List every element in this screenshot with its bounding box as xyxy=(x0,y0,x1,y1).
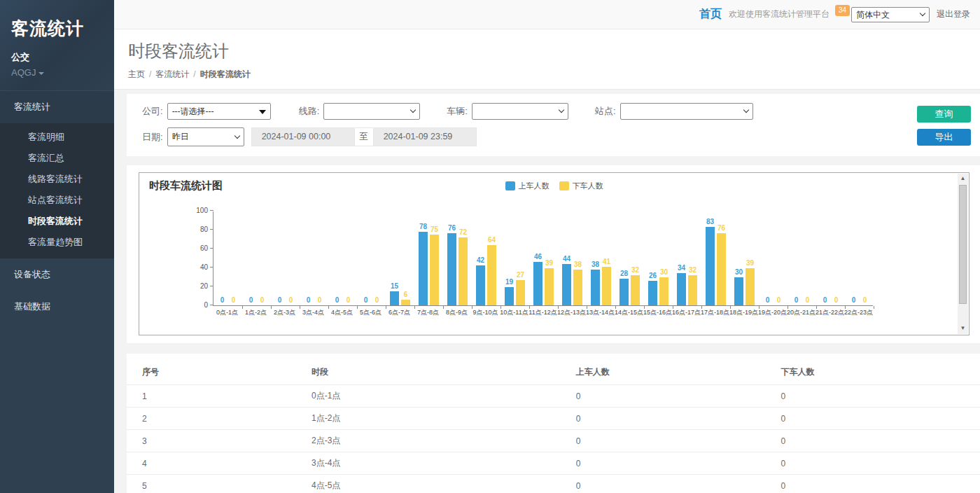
bar-value-label: 32 xyxy=(689,266,696,274)
x-axis-label-text: 18点-19点 xyxy=(729,309,758,316)
y-axis-tick xyxy=(210,210,214,211)
bar-column: 41 xyxy=(602,211,611,305)
legend-swatch xyxy=(559,181,569,190)
bar-value-label: 39 xyxy=(746,259,754,267)
x-axis-label-text: 8点-9点 xyxy=(446,309,468,316)
export-button[interactable]: 导出 xyxy=(917,129,971,146)
table-cell: 0 xyxy=(775,475,980,493)
date-to-input[interactable]: 2024-01-09 23:59 xyxy=(373,127,477,146)
bar-value-label: 39 xyxy=(545,259,553,267)
company-select[interactable]: ---请选择--- xyxy=(167,103,271,120)
chart-category: 00 xyxy=(242,211,271,305)
x-axis-label-text: 13点-14点 xyxy=(586,309,615,316)
bar xyxy=(602,267,611,305)
bar xyxy=(505,287,514,305)
x-axis-label: 1点-2点 xyxy=(241,309,270,316)
x-axis-label: 13点-14点 xyxy=(586,309,615,316)
bar xyxy=(447,233,456,305)
scrollbar-thumb[interactable] xyxy=(959,185,967,304)
bar-value-label: 0 xyxy=(307,296,311,304)
x-axis-label: 0点-1点 xyxy=(213,309,241,316)
table-cell: 2点-3点 xyxy=(306,430,570,452)
table-cell: 4 xyxy=(127,452,306,475)
table-cell: 4点-5点 xyxy=(306,475,570,493)
x-axis-label-text: 3点-4点 xyxy=(302,309,324,316)
date-preset-select[interactable]: 昨日 xyxy=(167,127,244,146)
date-label: 日期: xyxy=(142,131,163,144)
query-button[interactable]: 查询 xyxy=(917,106,971,123)
sidebar-item[interactable]: 客流量趋势图 xyxy=(0,232,114,253)
x-axis-label: 12点-13点 xyxy=(557,309,586,316)
x-axis-label: 8点-9点 xyxy=(442,309,471,316)
table-header-row: 序号时段上车人数下车人数 xyxy=(127,360,980,385)
sidebar-item[interactable]: 客流明细 xyxy=(0,127,114,148)
chart-category: 3039 xyxy=(730,211,759,305)
bar-value-label: 28 xyxy=(620,270,628,277)
x-axis-label-text: 4点-5点 xyxy=(331,309,353,316)
logout-link[interactable]: 退出登录 xyxy=(937,8,970,20)
date-from-input[interactable]: 2024-01-09 00:00 xyxy=(251,127,355,146)
scroll-up-icon[interactable]: ▲ xyxy=(960,174,966,183)
sidebar-item[interactable]: 站点客流统计 xyxy=(0,190,114,211)
bar-value-label: 30 xyxy=(660,268,668,276)
bar-column: 0 xyxy=(258,211,267,305)
chart-plot-wrap: 0204060801000000000000001567875767242641… xyxy=(213,211,873,316)
table-row: 10点-1点00 xyxy=(127,385,980,408)
notification-badge[interactable]: 34 xyxy=(835,5,850,16)
bar-column: 64 xyxy=(487,211,496,305)
chart-vertical-scrollbar[interactable]: ▲ ▼ xyxy=(958,174,968,334)
bar xyxy=(746,268,755,305)
line-select[interactable] xyxy=(323,103,420,120)
table-cell: 0 xyxy=(570,408,776,430)
x-axis-label: 3点-4点 xyxy=(299,309,328,316)
chart-category: 00 xyxy=(271,211,300,305)
bar xyxy=(591,270,600,305)
bar-column: 28 xyxy=(620,211,629,305)
bar xyxy=(648,281,657,305)
station-select[interactable] xyxy=(620,103,753,120)
sidebar-item[interactable]: 线路客流统计 xyxy=(0,169,114,190)
chart-category: 3432 xyxy=(673,211,701,305)
x-axis-label: 17点-18点 xyxy=(701,309,729,316)
scroll-down-icon[interactable]: ▼ xyxy=(960,324,966,333)
chart-category: 7875 xyxy=(414,211,443,305)
bar-column: 26 xyxy=(648,211,657,305)
chart-category: 4264 xyxy=(472,211,500,305)
bar xyxy=(401,300,410,305)
bar-column: 0 xyxy=(763,211,772,305)
chart-category: 00 xyxy=(845,211,874,305)
user-menu[interactable]: AQGJ xyxy=(11,67,103,78)
bar-value-label: 38 xyxy=(592,261,599,268)
chart-category: 00 xyxy=(788,211,816,305)
x-axis-label-text: 15点-16点 xyxy=(643,309,672,316)
table-cell: 3点-4点 xyxy=(306,452,570,475)
sidebar-section-device-status[interactable]: 设备状态 xyxy=(0,258,114,291)
x-axis-label-text: 2点-3点 xyxy=(274,309,295,316)
bar-column: 15 xyxy=(390,211,399,305)
filter-panel: 公司: ---请选择--- 线路: 车辆: 站点: 日期: 昨日 2024-01… xyxy=(127,94,980,156)
y-axis-tick-label: 40 xyxy=(187,264,208,271)
bar-value-label: 42 xyxy=(477,256,484,264)
vehicle-label: 车辆: xyxy=(447,105,468,118)
y-axis-tick-label: 80 xyxy=(187,226,208,233)
bar-column: 0 xyxy=(229,211,238,305)
bar-column: 0 xyxy=(218,211,227,305)
breadcrumb-item[interactable]: 主页 xyxy=(128,69,145,79)
legend-label: 下车人数 xyxy=(573,181,603,191)
sidebar-item[interactable]: 客流汇总 xyxy=(0,148,114,169)
sidebar-item[interactable]: 时段客流统计 xyxy=(0,211,114,232)
x-axis-label-text: 6点-7点 xyxy=(388,309,410,316)
x-axis-label-text: 17点-18点 xyxy=(701,309,729,316)
vehicle-select[interactable] xyxy=(472,103,568,120)
legend-item[interactable]: 下车人数 xyxy=(559,181,603,191)
bar-value-label: 0 xyxy=(852,296,856,304)
language-select[interactable]: 简体中文 xyxy=(851,7,930,22)
sidebar: 客流统计 公交 AQGJ 客流统计 客流明细客流汇总线路客流统计站点客流统计时段… xyxy=(0,0,114,493)
legend-item[interactable]: 上车人数 xyxy=(505,181,550,191)
sidebar-section-base-data[interactable]: 基础数据 xyxy=(0,291,114,323)
bar-column: 83 xyxy=(706,211,715,305)
home-link[interactable]: 首页 xyxy=(699,7,722,22)
sidebar-section-passenger-stats[interactable]: 客流统计 xyxy=(0,90,114,123)
breadcrumb-item[interactable]: 客流统计 xyxy=(155,69,189,79)
bar-column: 38 xyxy=(573,211,582,305)
